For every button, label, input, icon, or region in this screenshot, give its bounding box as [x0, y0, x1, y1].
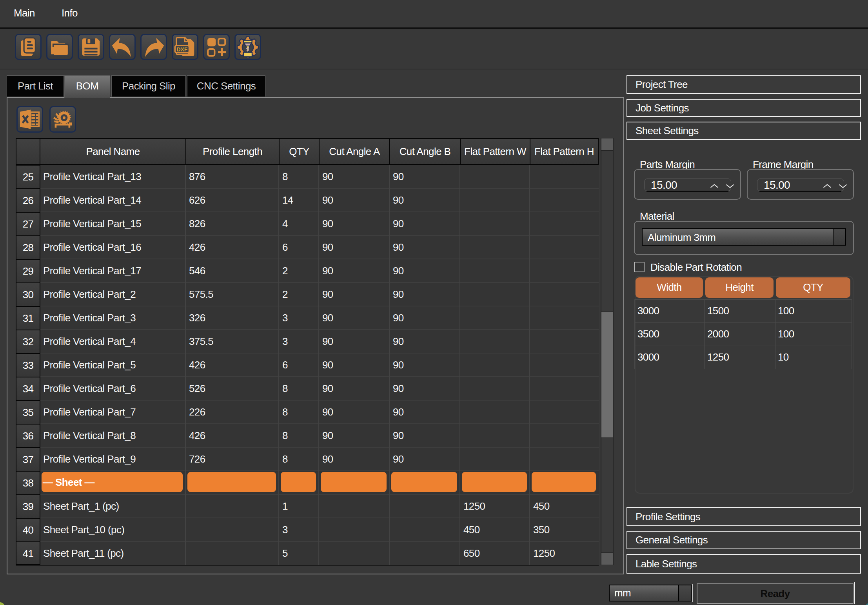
svg-text:DXF: DXF: [176, 46, 187, 52]
